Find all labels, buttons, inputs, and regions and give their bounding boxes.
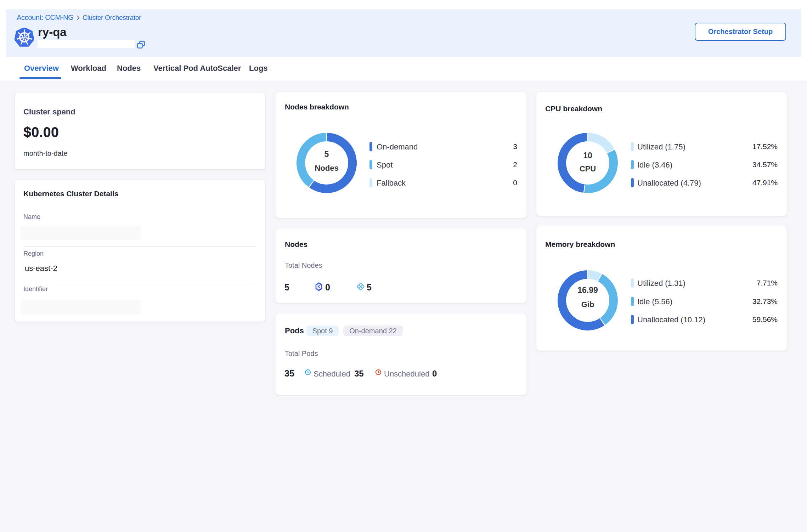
svg-text:K: K — [317, 284, 320, 289]
